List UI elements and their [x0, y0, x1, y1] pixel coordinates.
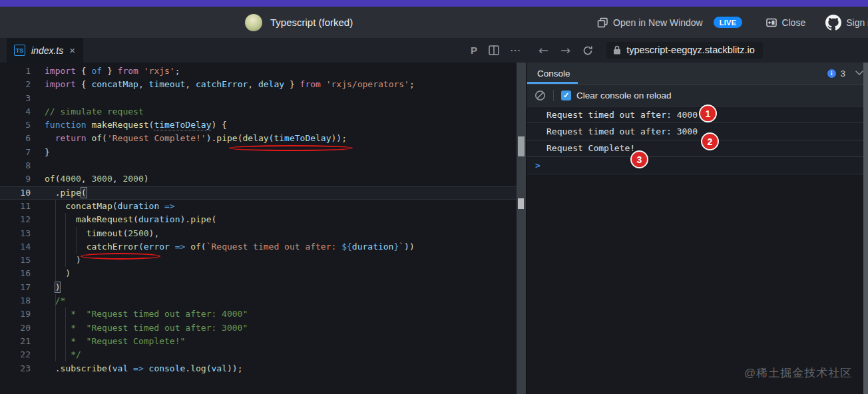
new-window-icon	[597, 17, 608, 28]
console-log-row[interactable]: Request timed out after: 3000	[527, 123, 868, 140]
avatar	[245, 14, 262, 31]
github-sign-in-button[interactable]: Sign in	[825, 15, 868, 31]
line-number: 4	[0, 105, 31, 118]
code-line-13[interactable]: 13 timeout(2500),	[0, 227, 517, 240]
code-text: */	[45, 348, 81, 361]
annotation-badge-1: 1	[699, 104, 717, 122]
code-line-3[interactable]: 3	[0, 92, 517, 105]
line-number: 10	[0, 186, 31, 200]
line-number: 16	[0, 267, 31, 280]
console-scrollbar[interactable]	[863, 63, 868, 394]
line-number: 8	[0, 159, 31, 172]
code-line-5[interactable]: 5function makeRequest(timeToDelay) {	[0, 118, 517, 132]
code-line-21[interactable]: 21 * "Request Complete!"	[0, 335, 517, 348]
line-number: 21	[0, 335, 31, 348]
line-number: 13	[0, 227, 31, 240]
console-log-row[interactable]: Request Complete!	[527, 140, 868, 157]
code-line-12[interactable]: 12 makeRequest(duration).pipe(	[0, 213, 517, 226]
back-button[interactable]: ←	[539, 43, 548, 57]
code-line-20[interactable]: 20 * "Request timed out after: 3000"	[0, 321, 517, 335]
prettier-button[interactable]: P	[469, 45, 479, 56]
code-line-2[interactable]: 2import { concatMap, timeout, catchError…	[0, 78, 517, 91]
console-tab[interactable]: Console	[537, 69, 570, 79]
code-line-6[interactable]: 6 return of('Request Complete!').pipe(de…	[0, 132, 517, 145]
line-number: 15	[0, 254, 31, 267]
tab-index-ts[interactable]: TS index.ts ×	[7, 38, 83, 63]
red-underline-annotation-timeout	[81, 253, 160, 260]
tab-file-name: index.ts	[31, 45, 63, 56]
code-lines: 1import { of } from 'rxjs';2import { con…	[0, 65, 517, 375]
url-text: typescript-eegqyz.stackblitz.io	[626, 45, 755, 55]
console-message-count[interactable]: i 3	[827, 69, 845, 79]
project-title-group: Typescript (forked)	[245, 7, 353, 38]
line-number: 5	[0, 118, 31, 132]
lock-icon	[613, 45, 621, 55]
code-line-19[interactable]: 19 * "Request timed out after: 4000"	[0, 307, 517, 321]
line-number: 12	[0, 213, 31, 226]
clear-console-button[interactable]	[535, 90, 546, 101]
code-text: * "Request timed out after: 4000"	[45, 307, 248, 321]
typescript-file-icon: TS	[14, 45, 25, 56]
code-editor[interactable]: 1import { of } from 'rxjs';2import { con…	[0, 63, 517, 394]
close-button[interactable]: Close	[766, 17, 805, 28]
code-line-18[interactable]: 18 /*	[0, 294, 517, 307]
console-log-row[interactable]: Request timed out after: 4000	[527, 106, 868, 123]
line-number: 18	[0, 294, 31, 307]
console-log-text: Request timed out after: 3000	[546, 126, 698, 136]
code-line-9[interactable]: 9of(4000, 3000, 2000)	[0, 172, 517, 186]
clear-on-reload-label: Clear console on reload	[576, 91, 672, 100]
refresh-button[interactable]	[582, 45, 593, 56]
code-text: * "Request timed out after: 3000"	[45, 321, 248, 335]
code-line-16[interactable]: 16 )	[0, 267, 517, 280]
more-options-button[interactable]: ⋯	[510, 44, 521, 57]
console-log-text: Request Complete!	[546, 143, 635, 153]
sign-in-label: Sign in	[846, 17, 868, 28]
tab-close-icon[interactable]: ×	[69, 45, 75, 55]
code-text: return of('Request Complete!').pipe(dela…	[45, 132, 347, 145]
app-header: Typescript (forked) Open in New Window L…	[0, 7, 868, 38]
stackblitz-window: Typescript (forked) Open in New Window L…	[0, 0, 868, 394]
line-number: 11	[0, 200, 31, 213]
console-header: Console i 3	[527, 63, 868, 85]
toolbar-divider	[553, 90, 554, 101]
code-text: of(4000, 3000, 2000)	[45, 172, 149, 186]
url-bar[interactable]: typescript-eegqyz.stackblitz.io	[606, 42, 763, 59]
code-line-23[interactable]: 23 .subscribe(val => console.log(val));	[0, 362, 517, 375]
code-text: * "Request Complete!"	[45, 335, 185, 348]
code-line-1[interactable]: 1import { of } from 'rxjs';	[0, 65, 517, 78]
line-number: 3	[0, 92, 31, 105]
code-line-11[interactable]: 11 concatMap(duration =>	[0, 200, 517, 213]
close-label: Close	[781, 17, 805, 28]
split-view-button[interactable]	[489, 45, 499, 55]
code-line-17[interactable]: 17 )	[0, 281, 517, 294]
live-badge: LIVE	[714, 17, 743, 28]
line-number: 1	[0, 65, 31, 78]
code-line-14[interactable]: 14 catchError(error => of(`Request timed…	[0, 240, 517, 254]
info-icon: i	[827, 69, 836, 78]
line-number: 2	[0, 78, 31, 91]
clear-on-reload-checkbox[interactable]: ✓	[561, 91, 571, 100]
code-text: concatMap(duration =>	[45, 200, 175, 213]
info-count: 3	[841, 69, 845, 79]
header-actions: Open in New Window LIVE Close Sign in	[597, 7, 868, 38]
code-line-4[interactable]: 4// simulate request	[0, 105, 517, 118]
code-line-22[interactable]: 22 */	[0, 348, 517, 361]
console-prompt-row[interactable]: >	[527, 157, 868, 174]
forward-button[interactable]: →	[560, 43, 570, 57]
line-number: 7	[0, 146, 31, 159]
code-line-15[interactable]: 15 )	[0, 254, 517, 267]
github-icon	[825, 15, 841, 31]
line-number: 9	[0, 172, 31, 186]
code-line-8[interactable]: 8	[0, 159, 517, 172]
editor-scrollbar-thumb[interactable]	[518, 136, 525, 156]
code-line-10[interactable]: 10 .pipe(	[0, 186, 517, 200]
open-in-new-window-button[interactable]: Open in New Window LIVE	[597, 17, 742, 28]
console-collapse-chevron-icon[interactable]	[855, 70, 864, 76]
code-text: .pipe(	[45, 186, 87, 200]
code-text: makeRequest(duration).pipe(	[45, 213, 216, 226]
project-title: Typescript (forked)	[270, 17, 353, 28]
editor-scrollbar[interactable]	[517, 63, 526, 394]
red-underline-annotation-delay	[229, 145, 353, 151]
line-number: 20	[0, 321, 31, 335]
preview-toolbar: P ⋯ ← → typescript-eegqyz.stackblitz.io	[469, 38, 763, 63]
